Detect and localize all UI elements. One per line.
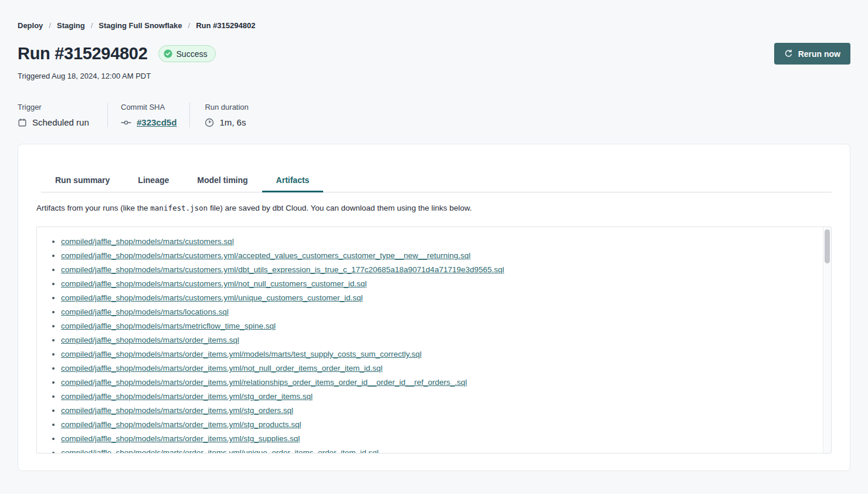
breadcrumb-job[interactable]: Staging Full Snowflake [99, 21, 182, 30]
artifacts-description-prefix: Artifacts from your runs (like the [36, 204, 150, 212]
run-detail-page: Deploy / Staging / Staging Full Snowflak… [0, 0, 868, 471]
list-item: compiled/jaffle_shop/models/marts/custom… [61, 263, 808, 277]
artifact-link[interactable]: compiled/jaffle_shop/models/marts/order_… [61, 336, 239, 344]
artifacts-description: Artifacts from your runs (like the manif… [36, 204, 832, 212]
list-item: compiled/jaffle_shop/models/marts/order_… [61, 446, 808, 454]
artifact-link[interactable]: compiled/jaffle_shop/models/marts/order_… [61, 448, 379, 454]
list-item: compiled/jaffle_shop/models/marts/custom… [61, 291, 808, 305]
trigger-info: Trigger Scheduled run [18, 103, 107, 127]
duration-info: Run duration 1m, 6s [190, 103, 263, 127]
page-header: Run #315294802 Success Rerun now [18, 43, 850, 65]
list-item: compiled/jaffle_shop/models/marts/order_… [61, 361, 808, 375]
artifact-link[interactable]: compiled/jaffle_shop/models/marts/order_… [61, 420, 301, 429]
tab-bar: Run summary Lineage Model timing Artifac… [41, 170, 832, 192]
trigger-label: Trigger [18, 103, 107, 111]
run-duration-value: 1m, 6s [219, 117, 246, 127]
artifact-link[interactable]: compiled/jaffle_shop/models/marts/custom… [61, 279, 367, 288]
artifacts-list-container: compiled/jaffle_shop/models/marts/custom… [36, 226, 832, 454]
check-circle-icon [164, 49, 172, 58]
triggered-timestamp: Triggered Aug 18, 2024, 12:00 AM PDT [18, 72, 850, 80]
artifact-link[interactable]: compiled/jaffle_shop/models/marts/custom… [61, 265, 504, 274]
list-item: compiled/jaffle_shop/models/marts/metric… [61, 319, 808, 333]
artifact-link[interactable]: compiled/jaffle_shop/models/marts/metric… [61, 322, 276, 330]
tab-model-timing[interactable]: Model timing [183, 170, 262, 192]
page-title: Run #315294802 [18, 44, 148, 63]
status-badge: Success [158, 45, 216, 62]
run-info-strip: Trigger Scheduled run Commit SHA #323cd5 [18, 103, 850, 127]
artifact-link[interactable]: compiled/jaffle_shop/models/marts/order_… [61, 350, 422, 358]
artifacts-description-suffix: file) are saved by dbt Cloud. You can do… [208, 204, 472, 212]
artifact-link[interactable]: compiled/jaffle_shop/models/marts/order_… [61, 406, 293, 415]
tab-run-summary[interactable]: Run summary [41, 170, 124, 192]
breadcrumb-deploy[interactable]: Deploy [18, 21, 43, 30]
commit-info: Commit SHA #323cd5d [108, 103, 189, 127]
commit-sha-link[interactable]: #323cd5d [137, 117, 177, 127]
list-item: compiled/jaffle_shop/models/marts/custom… [61, 249, 808, 263]
calendar-icon [18, 118, 27, 127]
git-commit-icon [121, 118, 131, 127]
rerun-now-label: Rerun now [798, 49, 840, 59]
artifacts-list: compiled/jaffle_shop/models/marts/custom… [37, 227, 831, 454]
artifact-link[interactable]: compiled/jaffle_shop/models/marts/order_… [61, 378, 467, 387]
status-badge-label: Success [177, 49, 208, 59]
artifact-link[interactable]: compiled/jaffle_shop/models/marts/order_… [61, 392, 313, 401]
list-item: compiled/jaffle_shop/models/marts/order_… [61, 390, 808, 404]
artifact-link[interactable]: compiled/jaffle_shop/models/marts/custom… [61, 251, 470, 260]
list-item: compiled/jaffle_shop/models/marts/order_… [61, 432, 808, 446]
breadcrumb: Deploy / Staging / Staging Full Snowflak… [18, 21, 850, 30]
list-item: compiled/jaffle_shop/models/marts/locati… [61, 305, 808, 319]
refresh-icon [784, 49, 793, 58]
manifest-json-filename: manifest.json [150, 204, 208, 212]
list-item: compiled/jaffle_shop/models/marts/order_… [61, 375, 808, 390]
list-item: compiled/jaffle_shop/models/marts/order_… [61, 404, 808, 418]
list-item: compiled/jaffle_shop/models/marts/custom… [61, 235, 808, 249]
rerun-now-button[interactable]: Rerun now [774, 43, 850, 65]
clock-icon [205, 118, 214, 127]
artifact-link[interactable]: compiled/jaffle_shop/models/marts/order_… [61, 364, 382, 373]
tab-lineage[interactable]: Lineage [124, 170, 183, 192]
list-item: compiled/jaffle_shop/models/marts/order_… [61, 418, 808, 432]
title-group: Run #315294802 Success [18, 44, 216, 63]
breadcrumb-separator: / [188, 21, 191, 30]
list-item: compiled/jaffle_shop/models/marts/order_… [61, 333, 808, 347]
artifact-link[interactable]: compiled/jaffle_shop/models/marts/locati… [61, 307, 229, 316]
breadcrumb-separator: / [91, 21, 93, 30]
breadcrumb-current-run: Run #315294802 [196, 21, 255, 30]
artifact-link[interactable]: compiled/jaffle_shop/models/marts/custom… [61, 237, 234, 246]
run-detail-card: Run summary Lineage Model timing Artifac… [18, 144, 850, 471]
tab-artifacts[interactable]: Artifacts [262, 170, 324, 192]
artifact-link[interactable]: compiled/jaffle_shop/models/marts/order_… [61, 434, 300, 443]
run-duration-label: Run duration [205, 103, 248, 111]
breadcrumb-staging[interactable]: Staging [57, 21, 85, 30]
artifact-link[interactable]: compiled/jaffle_shop/models/marts/custom… [61, 293, 362, 302]
list-item: compiled/jaffle_shop/models/marts/custom… [61, 277, 808, 291]
breadcrumb-separator: / [49, 21, 51, 30]
scrollbar-thumb[interactable] [825, 229, 830, 263]
list-item: compiled/jaffle_shop/models/marts/order_… [61, 347, 808, 361]
trigger-value: Scheduled run [32, 117, 89, 127]
commit-sha-label: Commit SHA [121, 103, 177, 111]
scrollbar[interactable] [823, 227, 831, 453]
